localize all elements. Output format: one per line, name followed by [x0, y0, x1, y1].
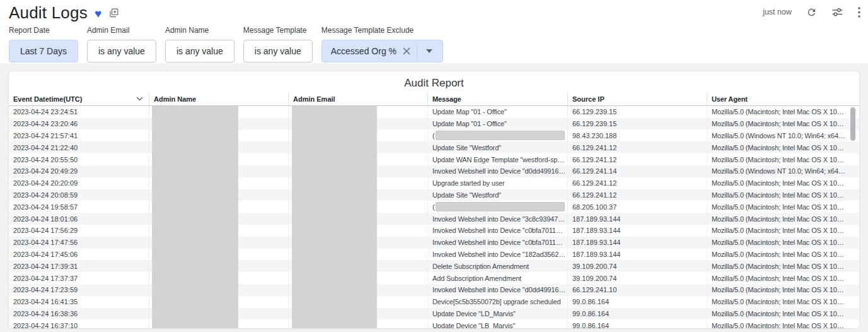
- cell-admin-name[interactable]: [149, 118, 288, 130]
- cell-source-ip[interactable]: 66.129.239.15: [567, 106, 707, 118]
- cell-source-ip[interactable]: 66.129.241.12: [567, 177, 707, 189]
- cell-admin-name[interactable]: [149, 284, 288, 296]
- cell-admin-name[interactable]: [149, 296, 288, 308]
- cell-message[interactable]: Invoked Webshell into Device "d0dd49916…: [427, 284, 567, 296]
- refresh-icon[interactable]: [806, 7, 817, 18]
- duplicate-icon[interactable]: [108, 8, 119, 18]
- cell-user-agent[interactable]: Mozilla/5.0 (Macintosh; Intel Mac OS X 1…: [707, 308, 847, 320]
- cell-admin-email[interactable]: [288, 237, 427, 249]
- cell-admin-name[interactable]: [149, 130, 288, 142]
- cell-source-ip[interactable]: 187.189.93.144: [567, 237, 707, 249]
- cell-user-agent[interactable]: Mozilla/5.0 (Macintosh; Intel Mac OS X 1…: [707, 213, 847, 225]
- column-header-admin-email[interactable]: Admin Email: [288, 92, 427, 105]
- cell-admin-email[interactable]: [288, 319, 427, 328]
- cell-admin-name[interactable]: [149, 319, 288, 328]
- close-icon[interactable]: [403, 47, 410, 55]
- cell-event-datetime[interactable]: 2023-04-24 20:49:29: [9, 165, 149, 177]
- report-date-filter-button[interactable]: Last 7 Days: [9, 40, 78, 62]
- cell-message[interactable]: Upgrade started by user: [427, 177, 567, 189]
- cell-message[interactable]: Update Map "01 - Office": [427, 118, 567, 130]
- kebab-menu-icon[interactable]: [858, 7, 860, 18]
- filter-icon[interactable]: [831, 6, 843, 18]
- cell-message[interactable]: Invoked Webshell into Device "d0dd49916…: [427, 165, 567, 177]
- cell-event-datetime[interactable]: 2023-04-24 17:37:37: [9, 272, 149, 284]
- cell-user-agent[interactable]: Mozilla/5.0 (Macintosh; Intel Mac OS X 1…: [707, 237, 847, 249]
- cell-source-ip[interactable]: 39.109.200.74: [567, 272, 707, 284]
- favorite-heart-icon[interactable]: ♥: [95, 8, 101, 20]
- cell-source-ip[interactable]: 66.129.241.12: [567, 189, 707, 201]
- cell-admin-name[interactable]: [149, 225, 288, 237]
- cell-source-ip[interactable]: 66.129.241.14: [567, 165, 707, 177]
- caret-down-icon[interactable]: [424, 49, 435, 53]
- cell-message[interactable]: Device[5c5b3550072b] upgrade scheduled: [427, 296, 567, 308]
- cell-admin-email[interactable]: [288, 308, 427, 320]
- cell-source-ip[interactable]: 99.0.86.164: [567, 296, 707, 308]
- column-header-message[interactable]: Message: [427, 92, 567, 105]
- cell-admin-name[interactable]: [149, 213, 288, 225]
- cell-admin-email[interactable]: [288, 225, 427, 237]
- admin-email-filter-button[interactable]: is any value: [87, 40, 156, 62]
- cell-event-datetime[interactable]: 2023-04-24 23:20:46: [9, 118, 149, 130]
- cell-event-datetime[interactable]: 2023-04-24 17:23:59: [9, 284, 149, 296]
- cell-event-datetime[interactable]: 2023-04-24 21:57:41: [9, 130, 149, 142]
- column-header-source-ip[interactable]: Source IP: [567, 92, 707, 105]
- cell-admin-name[interactable]: [149, 260, 288, 272]
- cell-user-agent[interactable]: Mozilla/5.0 (Windows NT 10.0; Win64; x64…: [707, 165, 847, 177]
- cell-event-datetime[interactable]: 2023-04-24 20:08:59: [9, 189, 149, 201]
- cell-user-agent[interactable]: Mozilla/5.0 (Macintosh; Intel Mac OS X 1…: [707, 272, 847, 284]
- cell-admin-email[interactable]: [288, 165, 427, 177]
- cell-source-ip[interactable]: 66.129.241.12: [567, 141, 707, 153]
- cell-message[interactable]: Invoked Webshell into Device "182ad3562…: [427, 249, 567, 261]
- cell-message[interactable]: Add Subscription Amendment: [427, 272, 567, 284]
- cell-message[interactable]: (: [427, 201, 567, 213]
- cell-admin-email[interactable]: [288, 272, 427, 284]
- cell-source-ip[interactable]: 98.43.230.188: [567, 130, 707, 142]
- cell-event-datetime[interactable]: 2023-04-24 16:38:36: [9, 308, 149, 320]
- cell-admin-email[interactable]: [288, 296, 427, 308]
- cell-user-agent[interactable]: Mozilla/5.0 (Macintosh; Intel Mac OS X 1…: [707, 177, 847, 189]
- cell-event-datetime[interactable]: 2023-04-24 17:56:29: [9, 225, 149, 237]
- cell-user-agent[interactable]: Mozilla/5.0 (Macintosh; Intel Mac OS X 1…: [707, 141, 847, 153]
- cell-message[interactable]: Update Site "Westford": [427, 141, 567, 153]
- cell-user-agent[interactable]: Mozilla/5.0 (Macintosh; Intel Mac OS X 1…: [707, 201, 847, 213]
- cell-admin-email[interactable]: [288, 177, 427, 189]
- cell-source-ip[interactable]: 99.0.86.164: [567, 308, 707, 320]
- cell-admin-name[interactable]: [149, 106, 288, 118]
- column-header-user-agent[interactable]: User Agent: [707, 92, 847, 105]
- cell-message[interactable]: (: [427, 130, 567, 142]
- cell-admin-email[interactable]: [288, 213, 427, 225]
- message-template-exclude-filter-chip[interactable]: Accessed Org %: [321, 40, 443, 62]
- cell-event-datetime[interactable]: 2023-04-24 16:41:35: [9, 296, 149, 308]
- cell-user-agent[interactable]: Mozilla/5.0 (Macintosh; Intel Mac OS X 1…: [707, 260, 847, 272]
- cell-source-ip[interactable]: 99.0.86.164: [567, 319, 707, 328]
- cell-message[interactable]: Update Device "LD_Marvis": [427, 308, 567, 320]
- cell-user-agent[interactable]: Mozilla/5.0 (Macintosh; Intel Mac OS X 1…: [707, 225, 847, 237]
- cell-user-agent[interactable]: Mozilla/5.0 (Macintosh; Intel Mac OS X 1…: [707, 118, 847, 130]
- cell-event-datetime[interactable]: 2023-04-24 20:55:50: [9, 153, 149, 165]
- cell-admin-name[interactable]: [149, 308, 288, 320]
- cell-event-datetime[interactable]: 2023-04-24 16:37:10: [9, 319, 149, 328]
- cell-admin-name[interactable]: [149, 201, 288, 213]
- cell-admin-email[interactable]: [288, 130, 427, 142]
- cell-admin-email[interactable]: [288, 284, 427, 296]
- cell-admin-email[interactable]: [288, 153, 427, 165]
- cell-source-ip[interactable]: 187.189.93.144: [567, 249, 707, 261]
- cell-event-datetime[interactable]: 2023-04-24 17:45:06: [9, 249, 149, 261]
- cell-message[interactable]: Invoked Webshell into Device "3c8c93947…: [427, 213, 567, 225]
- cell-source-ip[interactable]: 187.189.93.144: [567, 213, 707, 225]
- cell-event-datetime[interactable]: 2023-04-24 20:20:09: [9, 177, 149, 189]
- cell-admin-email[interactable]: [288, 201, 427, 213]
- cell-user-agent[interactable]: Mozilla/5.0 (Macintosh; Intel Mac OS X 1…: [707, 319, 847, 328]
- cell-source-ip[interactable]: 66.129.241.12: [567, 153, 707, 165]
- vertical-scrollbar-thumb[interactable]: [850, 107, 855, 141]
- cell-admin-email[interactable]: [288, 106, 427, 118]
- cell-admin-name[interactable]: [149, 141, 288, 153]
- cell-source-ip[interactable]: 66.129.239.15: [567, 118, 707, 130]
- cell-source-ip[interactable]: 187.189.93.144: [567, 225, 707, 237]
- cell-event-datetime[interactable]: 2023-04-24 23:24:51: [9, 106, 149, 118]
- cell-message[interactable]: Update Map "01 - Office": [427, 106, 567, 118]
- cell-source-ip[interactable]: 66.129.241.10: [567, 284, 707, 296]
- cell-message[interactable]: Invoked Webshell into Device "c0bfa7011…: [427, 225, 567, 237]
- cell-message[interactable]: Invoked Webshell into Device "c0bfa7011…: [427, 237, 567, 249]
- cell-user-agent[interactable]: Mozilla/5.0 (Macintosh; Intel Mac OS X 1…: [707, 189, 847, 201]
